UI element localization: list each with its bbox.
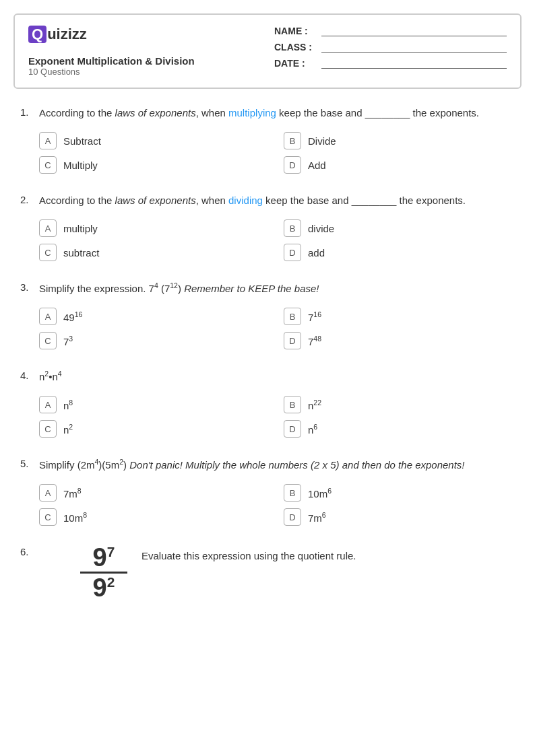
q3-letter-d: D bbox=[284, 332, 301, 349]
name-line bbox=[321, 26, 507, 36]
q5-text-a: 7m8 bbox=[63, 487, 82, 500]
q3-text-b: 716 bbox=[308, 310, 321, 323]
logo: Q uizizz bbox=[28, 26, 261, 43]
q2-text-c: subtract bbox=[63, 247, 99, 259]
q2-option-d[interactable]: D add bbox=[284, 244, 515, 261]
q1-text-b: Divide bbox=[308, 135, 336, 147]
q2-text-b: divide bbox=[308, 223, 334, 234]
q4-letter-d: D bbox=[284, 420, 301, 438]
question-1-row: 1. According to the laws of exponents, w… bbox=[20, 105, 515, 121]
questions-container: 1. According to the laws of exponents, w… bbox=[13, 105, 522, 609]
q5-option-d[interactable]: D 7m6 bbox=[284, 508, 515, 526]
q3-letter-c: C bbox=[39, 332, 57, 349]
question-1-text: According to the laws of exponents, when… bbox=[39, 105, 515, 121]
question-4: 4. n2•n4 A n8 B n22 C n2 D n6 bbox=[20, 368, 515, 438]
q1-option-a[interactable]: A Subtract bbox=[39, 132, 270, 149]
header-left: Q uizizz Exponent Multiplication & Divis… bbox=[28, 26, 261, 77]
question-3-text: Simplify the expression. 74 (712) Rememb… bbox=[39, 280, 515, 297]
q4-text-c: n2 bbox=[63, 423, 73, 436]
q1-option-c[interactable]: C Multiply bbox=[39, 156, 270, 174]
q4-option-c[interactable]: C n2 bbox=[39, 420, 270, 438]
question-6: 6. 97 92 Evaluate this expression using … bbox=[20, 545, 515, 609]
question-3-row: 3. Simplify the expression. 74 (712) Rem… bbox=[20, 280, 515, 297]
header-right: NAME : CLASS : DATE : bbox=[261, 26, 507, 74]
q4-option-d[interactable]: D n6 bbox=[284, 420, 515, 438]
class-field-row: CLASS : bbox=[274, 42, 507, 53]
q2-letter-a: A bbox=[39, 219, 57, 237]
question-6-content: 97 92 Evaluate this expression using the… bbox=[58, 545, 356, 609]
q4-letter-a: A bbox=[39, 396, 57, 413]
logo-q: Q bbox=[28, 26, 46, 43]
q2-option-a[interactable]: A multiply bbox=[39, 219, 270, 237]
question-4-num: 4. bbox=[20, 368, 39, 381]
q2-letter-b: B bbox=[284, 219, 301, 237]
q3-letter-b: B bbox=[284, 308, 301, 325]
q2-letter-c: C bbox=[39, 244, 57, 261]
question-4-text: n2•n4 bbox=[39, 368, 515, 385]
q1-option-d[interactable]: D Add bbox=[284, 156, 515, 174]
name-field-row: NAME : bbox=[274, 26, 507, 36]
question-3-options: A 4916 B 716 C 73 D 748 bbox=[39, 308, 515, 349]
q4-option-b[interactable]: B n22 bbox=[284, 396, 515, 413]
question-5-options: A 7m8 B 10m6 C 10m8 D 7m6 bbox=[39, 484, 515, 526]
q5-text-b: 10m6 bbox=[308, 487, 332, 500]
question-6-row: 6. 97 92 Evaluate this expression using … bbox=[20, 545, 515, 609]
question-5-text: Simplify (2m4)(5m2) Don't panic! Multipl… bbox=[39, 456, 515, 473]
logo-text: uizizz bbox=[47, 26, 87, 43]
q5-option-b[interactable]: B 10m6 bbox=[284, 484, 515, 502]
question-2-row: 2. According to the laws of exponents, w… bbox=[20, 193, 515, 209]
question-5: 5. Simplify (2m4)(5m2) Don't panic! Mult… bbox=[20, 456, 515, 526]
q6-fraction: 97 92 bbox=[77, 545, 131, 600]
q2-option-b[interactable]: B divide bbox=[284, 219, 515, 237]
worksheet-title: Exponent Multiplication & Division bbox=[28, 55, 261, 67]
q1-text-a: Subtract bbox=[63, 135, 101, 147]
question-6-num: 6. bbox=[20, 545, 39, 557]
q5-option-a[interactable]: A 7m8 bbox=[39, 484, 270, 502]
q5-text-c: 10m8 bbox=[63, 511, 87, 524]
question-4-row: 4. n2•n4 bbox=[20, 368, 515, 385]
q6-numerator: 97 bbox=[93, 545, 115, 570]
question-3: 3. Simplify the expression. 74 (712) Rem… bbox=[20, 280, 515, 349]
q3-text-d: 748 bbox=[308, 335, 321, 347]
class-line bbox=[321, 42, 507, 53]
q5-letter-b: B bbox=[284, 484, 301, 502]
q1-letter-d: D bbox=[284, 156, 301, 174]
date-label: DATE : bbox=[274, 58, 321, 69]
question-5-num: 5. bbox=[20, 456, 39, 469]
question-1-num: 1. bbox=[20, 105, 39, 118]
q1-text-d: Add bbox=[308, 160, 326, 171]
q1-letter-b: B bbox=[284, 132, 301, 149]
q3-text-c: 73 bbox=[63, 335, 73, 347]
q3-letter-a: A bbox=[39, 308, 57, 325]
q3-option-d[interactable]: D 748 bbox=[284, 332, 515, 349]
q1-option-b[interactable]: B Divide bbox=[284, 132, 515, 149]
q5-letter-a: A bbox=[39, 484, 57, 502]
q2-letter-d: D bbox=[284, 244, 301, 261]
q1-letter-c: C bbox=[39, 156, 57, 174]
q4-text-a: n8 bbox=[63, 399, 73, 411]
q3-option-a[interactable]: A 4916 bbox=[39, 308, 270, 325]
q5-option-c[interactable]: C 10m8 bbox=[39, 508, 270, 526]
q2-option-c[interactable]: C subtract bbox=[39, 244, 270, 261]
question-2-num: 2. bbox=[20, 193, 39, 205]
question-2-text: According to the laws of exponents, when… bbox=[39, 193, 515, 209]
question-1-options: A Subtract B Divide C Multiply D Add bbox=[39, 132, 515, 174]
worksheet-subtitle: 10 Questions bbox=[28, 67, 261, 77]
q1-text-c: Multiply bbox=[63, 160, 98, 171]
q5-text-d: 7m6 bbox=[308, 511, 326, 524]
header-box: Q uizizz Exponent Multiplication & Divis… bbox=[13, 13, 522, 89]
q4-letter-b: B bbox=[284, 396, 301, 413]
q2-text-d: add bbox=[308, 247, 325, 259]
q2-dividing: dividing bbox=[228, 195, 263, 206]
date-line bbox=[321, 58, 507, 69]
q6-denominator: 92 bbox=[93, 575, 115, 600]
date-field-row: DATE : bbox=[274, 58, 507, 69]
class-label: CLASS : bbox=[274, 42, 321, 53]
q3-option-b[interactable]: B 716 bbox=[284, 308, 515, 325]
q3-option-c[interactable]: C 73 bbox=[39, 332, 270, 349]
q4-text-b: n22 bbox=[308, 399, 321, 411]
name-label: NAME : bbox=[274, 26, 321, 36]
question-5-row: 5. Simplify (2m4)(5m2) Don't panic! Mult… bbox=[20, 456, 515, 473]
q4-option-a[interactable]: A n8 bbox=[39, 396, 270, 413]
q2-text-a: multiply bbox=[63, 223, 98, 234]
